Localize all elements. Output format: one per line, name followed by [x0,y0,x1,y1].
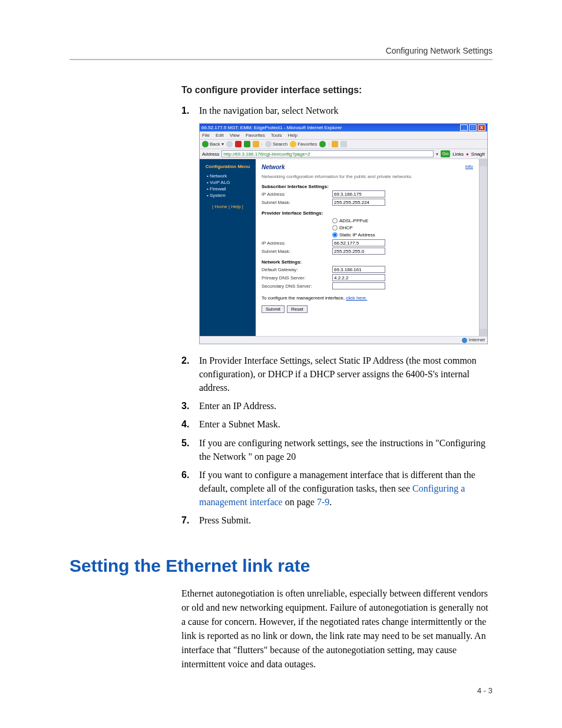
dns2-input[interactable] [332,282,385,289]
print-icon [340,141,347,147]
window-titlebar: 66.52.177.5 MGT: EMM: EdgeProtect1 - Mic… [200,124,487,131]
sidebar-heading: Configuration Menu [203,164,252,170]
sidebar: Configuration Menu Network VoIP ALG Fire… [200,159,256,336]
step-body: If you are configuring network settings,… [199,436,492,463]
provider-mask-input[interactable] [332,248,385,255]
sidebar-item-system[interactable]: System [207,193,252,198]
window-minimize-button[interactable]: _ [460,124,468,131]
dns1-label: Primary DNS Server: [262,275,332,281]
xref-page-7-9[interactable]: 7-9 [317,497,329,507]
search-button[interactable]: Search [265,141,287,147]
sidebar-item-firewall[interactable]: Firewall [207,186,252,192]
provider-settings-heading: Provider Interface Settings: [262,210,473,216]
back-icon [202,141,209,147]
page-body: Configuration Menu Network VoIP ALG Fire… [200,159,487,336]
star-icon [290,141,296,147]
mgmt-interface-note: To configure the management interface, c… [262,295,473,301]
address-bar: Address http://69.3.186.176/cgi-bin/conf… [200,149,487,159]
radio-static-label: Static IP Address [339,232,375,238]
home-button[interactable] [253,141,259,147]
body-paragraph: Ethernet autonegotiation is often unreli… [181,587,492,671]
go-button[interactable]: Go [441,150,451,157]
menu-bar: File Edit View Favorites Tools Help [200,131,487,139]
refresh-icon [244,141,250,147]
menu-edit[interactable]: Edit [216,133,224,138]
step-2: 2. In Provider Interface Settings, selec… [181,354,492,395]
reset-button[interactable]: Reset [287,305,308,313]
running-header: Configuring Network Settings [70,46,492,55]
window-maximize-button[interactable]: □ [469,124,477,131]
home-icon [253,141,259,147]
back-button[interactable]: Back ▾ [202,141,224,147]
address-input[interactable]: http://69.3.186.176/cgi-bin/config?page=… [222,150,433,157]
step-number: 1. [181,104,199,117]
step-number: 6. [181,468,199,509]
submit-button[interactable]: Submit [262,305,285,313]
section-title: To configure provider interface settings… [181,85,492,95]
steps-list: 1. In the navigation bar, select Network [181,104,492,117]
links-label[interactable]: Links [452,151,464,157]
step-body: If you want to configure a management in… [199,468,492,509]
mail-icon [332,141,338,147]
step-number: 7. [181,513,199,527]
dns2-label: Secondary DNS Server: [262,284,332,289]
screenshot-figure: 66.52.177.5 MGT: EMM: EdgeProtect1 - Mic… [199,123,492,344]
favorites-button[interactable]: Favorites [290,141,317,147]
snagit-icon[interactable]: ● [466,151,469,157]
header-rule [70,59,492,60]
provider-ip-input[interactable] [332,239,385,246]
step-5: 5. If you are configuring network settin… [181,436,492,463]
step-7: 7. Press Submit. [181,513,492,527]
refresh-button[interactable] [244,141,250,147]
search-icon [265,141,272,147]
gateway-input[interactable] [332,266,385,273]
menu-tools[interactable]: Tools [271,133,282,138]
step-body: In Provider Interface Settings, select S… [199,354,492,395]
forward-button[interactable] [226,141,233,147]
menu-help[interactable]: Help [287,133,297,138]
step-body: In the navigation bar, select Network [199,104,492,117]
snagit-label[interactable]: SnagIt [471,151,485,157]
network-settings-heading: Network Settings: [262,259,473,265]
step-number: 4. [181,417,199,431]
toolbar: Back ▾ | Search Favorites | [200,139,487,149]
ip-label: IP Address: [262,192,332,197]
history-icon [319,141,326,147]
sidebar-item-voipalg[interactable]: VoIP ALG [207,180,252,185]
stop-button[interactable] [235,141,242,147]
scrollbar[interactable] [479,159,487,336]
print-button[interactable] [340,141,347,147]
main-panel: Info Network Networking configuration in… [256,159,479,336]
step-3: 3. Enter an IP Address. [181,399,492,413]
step-body: Enter an IP Address. [199,399,492,413]
step-body: Press Submit. [199,513,492,527]
mgmt-click-here-link[interactable]: click here. [346,295,367,301]
page-title: Network [262,164,285,170]
sidebar-item-network[interactable]: Network [207,173,252,179]
menu-view[interactable]: View [230,133,240,138]
sidebar-home-help[interactable]: | Home | Help | [203,204,252,209]
page-number: 4 - 3 [477,686,492,695]
step-1: 1. In the navigation bar, select Network [181,104,492,117]
history-button[interactable] [319,141,326,147]
radio-static[interactable] [332,232,338,238]
window-close-button[interactable]: X [478,124,485,131]
info-link[interactable]: Info [465,164,473,169]
step-6: 6. If you want to configure a management… [181,468,492,509]
address-label: Address [202,151,219,157]
mask-label: Subnet Mask: [262,200,332,205]
mail-button[interactable] [332,141,338,147]
menu-favorites[interactable]: Favorites [246,133,265,138]
radio-dhcp[interactable] [332,225,338,230]
ip-label: IP Address: [262,241,332,246]
address-dropdown-icon[interactable]: ▾ [436,151,438,157]
dns1-input[interactable] [332,274,385,281]
menu-file[interactable]: File [202,133,210,138]
subscriber-ip-input[interactable] [332,190,385,197]
subscriber-mask-input[interactable] [332,199,385,206]
radio-adsl[interactable] [332,218,338,223]
stop-icon [235,141,242,147]
heading-ethernet-link-rate: Setting the Ethernet link rate [70,556,492,576]
steps-list-cont: 2. In Provider Interface Settings, selec… [181,354,492,528]
step-number: 2. [181,354,199,395]
